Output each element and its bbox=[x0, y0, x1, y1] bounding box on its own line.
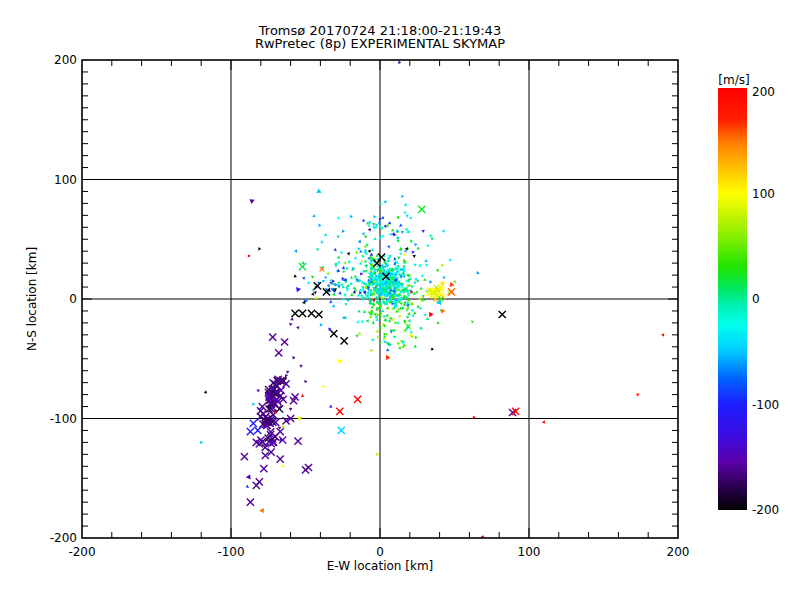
data-point bbox=[410, 330, 414, 333]
data-point bbox=[250, 420, 257, 427]
data-point bbox=[330, 330, 337, 337]
data-point bbox=[441, 263, 445, 266]
data-point bbox=[389, 316, 392, 320]
gridlines bbox=[82, 60, 678, 538]
data-point bbox=[358, 332, 361, 335]
data-point bbox=[411, 251, 414, 254]
data-point bbox=[396, 240, 400, 243]
data-point bbox=[358, 240, 361, 243]
data-point bbox=[430, 234, 433, 237]
data-point bbox=[324, 233, 327, 236]
data-point bbox=[332, 304, 335, 307]
data-point bbox=[408, 284, 411, 287]
y-tick-label: -100 bbox=[50, 412, 77, 426]
data-point bbox=[370, 305, 373, 308]
data-point bbox=[299, 365, 302, 368]
x-tick-label: 100 bbox=[518, 545, 541, 559]
data-point bbox=[364, 260, 367, 263]
data-point bbox=[372, 223, 376, 226]
data-point bbox=[337, 282, 340, 285]
data-point bbox=[324, 276, 327, 279]
colorbar-tick-label: -200 bbox=[752, 503, 779, 517]
data-point bbox=[241, 453, 248, 460]
data-point bbox=[350, 282, 353, 286]
x-tick-label: -100 bbox=[217, 545, 244, 559]
data-point bbox=[356, 320, 359, 323]
data-point bbox=[350, 293, 354, 296]
colorbar-tick-labels: 2001000-100-200 bbox=[752, 85, 779, 517]
plot-title-line2: RwPretec (8p) EXPERIMENTAL SKYMAP bbox=[255, 36, 505, 51]
data-point bbox=[338, 359, 343, 364]
data-point bbox=[383, 224, 386, 228]
data-point bbox=[299, 310, 306, 317]
data-point bbox=[414, 243, 417, 246]
data-point bbox=[342, 229, 345, 232]
data-point bbox=[443, 276, 446, 279]
data-point bbox=[361, 259, 364, 262]
data-point bbox=[289, 408, 293, 411]
data-point bbox=[395, 273, 398, 276]
data-point bbox=[393, 335, 396, 338]
data-point bbox=[368, 228, 371, 231]
data-point bbox=[333, 248, 336, 251]
data-point bbox=[355, 251, 359, 254]
data-point bbox=[297, 417, 302, 422]
data-point bbox=[398, 300, 401, 303]
data-point bbox=[257, 413, 264, 420]
data-point bbox=[357, 309, 360, 312]
tick-labels: -200-1000100200-200-1000100200 bbox=[50, 53, 690, 559]
data-point bbox=[344, 293, 347, 296]
data-point bbox=[429, 280, 432, 283]
data-point bbox=[281, 338, 288, 345]
colorbar-tick-label: 0 bbox=[752, 292, 760, 306]
colorbar: [m/s] 2001000-100-200 bbox=[718, 73, 779, 517]
data-point bbox=[442, 229, 445, 233]
data-point bbox=[402, 291, 405, 294]
data-point bbox=[406, 308, 409, 311]
data-point bbox=[387, 245, 390, 248]
data-point bbox=[388, 319, 391, 323]
data-point bbox=[476, 271, 479, 274]
data-point bbox=[253, 482, 260, 489]
data-point bbox=[361, 320, 364, 323]
data-point bbox=[386, 355, 391, 360]
data-point bbox=[412, 255, 415, 258]
data-point bbox=[304, 380, 307, 383]
data-point bbox=[423, 313, 426, 316]
data-point bbox=[436, 269, 440, 272]
data-point bbox=[343, 261, 346, 264]
data-point bbox=[403, 253, 406, 257]
scatter-points bbox=[200, 61, 664, 539]
data-point bbox=[296, 326, 299, 330]
data-point bbox=[407, 319, 410, 322]
data-point bbox=[301, 394, 304, 397]
data-point bbox=[394, 257, 397, 261]
y-tick-label: 200 bbox=[54, 53, 77, 67]
y-tick-label: 100 bbox=[54, 173, 77, 187]
x-axis-label: E-W location [km] bbox=[327, 559, 434, 573]
data-point bbox=[371, 248, 374, 251]
data-point bbox=[397, 342, 400, 345]
data-point bbox=[371, 321, 374, 324]
data-point bbox=[337, 256, 340, 259]
data-point bbox=[381, 309, 384, 312]
data-point bbox=[248, 254, 251, 257]
data-point bbox=[315, 311, 322, 318]
data-point bbox=[421, 274, 425, 277]
data-point bbox=[426, 317, 429, 320]
data-point bbox=[254, 427, 261, 434]
data-point bbox=[345, 267, 349, 270]
data-point bbox=[360, 294, 363, 297]
colorbar-tick-label: 200 bbox=[752, 85, 775, 99]
data-point bbox=[342, 266, 345, 269]
data-point bbox=[391, 228, 394, 231]
data-point bbox=[320, 323, 323, 327]
data-point bbox=[360, 272, 363, 275]
data-point bbox=[453, 280, 456, 283]
data-point bbox=[410, 239, 413, 243]
data-point bbox=[343, 270, 346, 273]
data-point bbox=[424, 259, 428, 262]
data-point bbox=[347, 252, 350, 256]
data-point bbox=[407, 312, 410, 315]
data-point bbox=[252, 402, 255, 406]
